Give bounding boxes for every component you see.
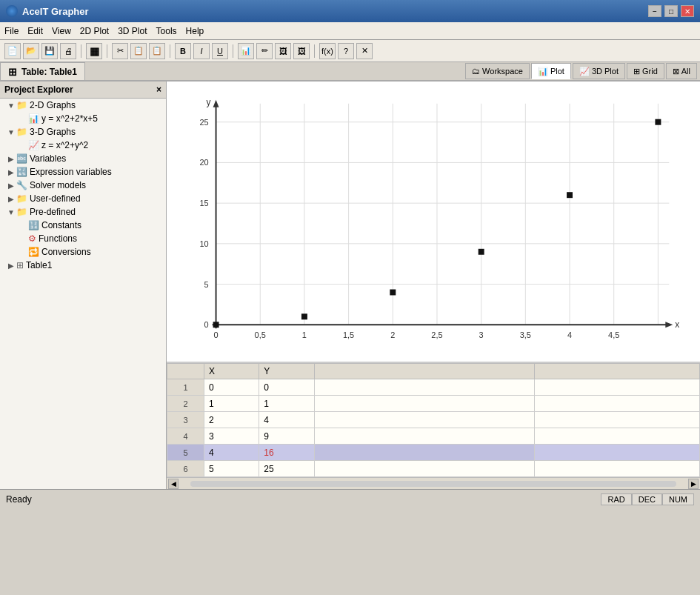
title-bar-controls[interactable]: − □ ✕	[648, 5, 694, 17]
open-button[interactable]: 📂	[23, 43, 39, 59]
paste-button[interactable]: 📋	[149, 43, 165, 59]
tree-item-2d-plot1[interactable]: 📊y = x^2+2*x+5	[0, 112, 166, 125]
new-button[interactable]: 📄	[4, 43, 21, 59]
menu-item-tools[interactable]: Tools	[156, 26, 177, 36]
tree-item-2d-graphs[interactable]: ▼📁2-D Graphs	[0, 99, 166, 112]
menu-item-2d plot[interactable]: 2D Plot	[80, 26, 109, 36]
cell-y[interactable]: 9	[259, 428, 314, 445]
tab-plot[interactable]: 📊 Plot	[531, 63, 571, 79]
cell-3[interactable]	[314, 445, 534, 461]
cell-4[interactable]	[534, 445, 699, 461]
cut-button[interactable]: ✂	[112, 43, 128, 59]
tree-item-3d-plot1[interactable]: 📈z = x^2+y^2	[0, 139, 166, 152]
table-row[interactable]: 211	[167, 396, 700, 412]
menu-item-edit[interactable]: Edit	[27, 26, 43, 36]
close-button[interactable]: ✕	[681, 5, 694, 17]
help-button[interactable]: ?	[338, 43, 354, 59]
cell-3[interactable]	[314, 379, 534, 396]
tree-toggle-user-defined[interactable]: ▶	[6, 195, 16, 203]
tree-item-variables[interactable]: ▶🔤Variables	[0, 152, 166, 165]
tab-3dplot[interactable]: 📈 3D Plot	[573, 63, 625, 79]
cell-x[interactable]: 0	[204, 379, 259, 396]
cell-4[interactable]	[534, 428, 699, 445]
formula-button[interactable]: f(x)	[319, 43, 336, 59]
cell-4[interactable]	[534, 412, 699, 428]
menu-item-help[interactable]: Help	[186, 26, 204, 36]
minimize-button[interactable]: −	[648, 5, 661, 17]
cell-y[interactable]: 1	[259, 396, 314, 412]
tree-toggle-expr-vars[interactable]: ▶	[6, 168, 16, 176]
table-row[interactable]: 5416	[167, 445, 700, 461]
cell-3[interactable]	[314, 412, 534, 428]
cell-4[interactable]	[534, 461, 699, 477]
tree-toggle-pre-defined[interactable]: ▼	[6, 208, 16, 216]
tab-workspace[interactable]: 🗂 Workspace	[465, 63, 530, 79]
table-view-button[interactable]: ▦	[86, 43, 102, 59]
cell-y[interactable]: 4	[259, 412, 314, 428]
italic-button[interactable]: I	[193, 43, 210, 59]
menu-item-file[interactable]: File	[4, 26, 19, 36]
table-body: 10021132443954166525	[167, 379, 700, 477]
cell-x[interactable]: 4	[204, 445, 259, 461]
cell-4[interactable]	[534, 379, 699, 396]
table-row[interactable]: 6525	[167, 461, 700, 477]
image2-button[interactable]: 🖼	[293, 43, 310, 59]
cell-3[interactable]	[314, 428, 534, 445]
plot-area: y x 0 5 10 15 20 25 0 0,5 1 1,5 2 2,5	[167, 82, 700, 363]
sidebar-close-button[interactable]: ×	[156, 84, 161, 95]
tree-item-solver-models[interactable]: ▶🔧Solver models	[0, 179, 166, 192]
table-row[interactable]: 439	[167, 428, 700, 445]
h-scroll[interactable]: ◀ ▶	[167, 477, 700, 489]
maximize-button[interactable]: □	[664, 5, 678, 17]
h-scroll-bar[interactable]	[190, 481, 676, 487]
cell-x[interactable]: 3	[204, 428, 259, 445]
cell-x[interactable]: 1	[204, 396, 259, 412]
cell-x[interactable]: 2	[204, 412, 259, 428]
tree-item-constants[interactable]: 🔢Constants	[0, 219, 166, 232]
tree-toggle-variables[interactable]: ▶	[6, 155, 16, 163]
table-row[interactable]: 324	[167, 412, 700, 428]
tab-grid[interactable]: ⊞ Grid	[627, 63, 664, 79]
tree-item-user-defined[interactable]: ▶📁User-defined	[0, 192, 166, 205]
rad-indicator[interactable]: RAD	[601, 493, 631, 505]
menu-item-3d plot[interactable]: 3D Plot	[118, 26, 147, 36]
bold-button[interactable]: B	[175, 43, 191, 59]
scroll-left-button[interactable]: ◀	[168, 479, 179, 489]
copy-button[interactable]: 📋	[130, 43, 147, 59]
svg-text:1,5: 1,5	[343, 330, 354, 339]
draw-button[interactable]: ✏	[256, 43, 273, 59]
cell-y[interactable]: 16	[259, 445, 314, 461]
tree-item-3d-graphs[interactable]: ▼📁3-D Graphs	[0, 125, 166, 139]
tree-toggle-2d-graphs[interactable]: ▼	[6, 102, 16, 110]
scroll-right-button[interactable]: ▶	[688, 479, 699, 489]
tree-item-functions[interactable]: ⚙Functions	[0, 232, 166, 245]
tab-all[interactable]: ⊠ All	[666, 63, 697, 79]
cell-3[interactable]	[314, 461, 534, 477]
tree-icon-3d-graphs: 📁	[16, 127, 27, 137]
tree-item-expr-vars[interactable]: ▶🔣Expression variables	[0, 165, 166, 179]
cell-x[interactable]: 5	[204, 461, 259, 477]
table-row[interactable]: 100	[167, 379, 700, 396]
tree-item-conversions[interactable]: 🔁Conversions	[0, 245, 166, 259]
tree-toggle-solver-models[interactable]: ▶	[6, 182, 16, 190]
print-button[interactable]: 🖨	[60, 43, 76, 59]
dec-indicator[interactable]: DEC	[632, 493, 662, 505]
cell-3[interactable]	[314, 396, 534, 412]
underline-button[interactable]: U	[212, 43, 228, 59]
save-button[interactable]: 💾	[41, 43, 58, 59]
chart-button[interactable]: 📊	[238, 43, 254, 59]
plot-svg: y x 0 5 10 15 20 25 0 0,5 1 1,5 2 2,5	[167, 82, 700, 362]
tree-toggle-3d-graphs[interactable]: ▼	[6, 128, 16, 136]
num-indicator[interactable]: NUM	[662, 493, 694, 505]
menu-item-view[interactable]: View	[52, 26, 71, 36]
tree-toggle-table1[interactable]: ▶	[6, 262, 16, 270]
cell-4[interactable]	[534, 396, 699, 412]
cell-y[interactable]: 25	[259, 461, 314, 477]
cell-y[interactable]: 0	[259, 379, 314, 396]
close-toolbar-button[interactable]: ✕	[356, 43, 373, 59]
image-button[interactable]: 🖼	[275, 43, 291, 59]
tree-item-pre-defined[interactable]: ▼📁Pre-defined	[0, 205, 166, 219]
tree-item-table1[interactable]: ▶⊞Table1	[0, 259, 166, 272]
workspace-icon: 🗂	[472, 67, 480, 76]
plot-icon: 📊	[538, 67, 548, 76]
